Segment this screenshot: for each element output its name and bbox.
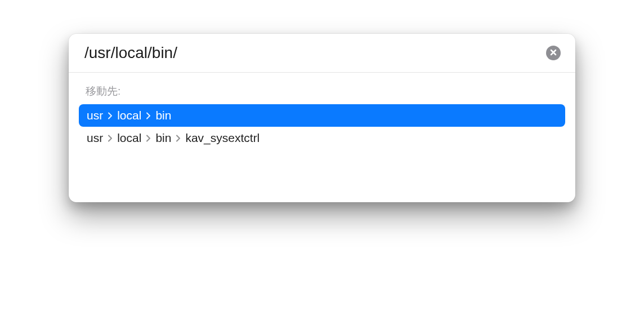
- close-icon: [550, 48, 557, 58]
- path-segment: bin: [155, 131, 171, 145]
- go-to-folder-dialog: 移動先: usrlocalbinusrlocalbinkav_sysextctr…: [69, 34, 575, 202]
- clear-button[interactable]: [546, 46, 561, 60]
- path-segment: usr: [87, 109, 103, 122]
- path-segment: local: [117, 109, 141, 122]
- path-segment: usr: [87, 131, 103, 145]
- chevron-right-icon: [108, 135, 113, 142]
- path-segment: bin: [155, 109, 171, 122]
- result-item[interactable]: usrlocalbin: [79, 104, 565, 127]
- input-row: [69, 34, 575, 73]
- path-segment: local: [117, 131, 141, 145]
- path-input[interactable]: [84, 44, 539, 62]
- chevron-right-icon: [108, 112, 113, 119]
- chevron-right-icon: [146, 135, 151, 142]
- chevron-right-icon: [176, 135, 181, 142]
- chevron-right-icon: [146, 112, 151, 119]
- results-label: 移動先:: [79, 81, 565, 104]
- path-segment: kav_sysextctrl: [185, 131, 260, 145]
- results-section: 移動先: usrlocalbinusrlocalbinkav_sysextctr…: [69, 73, 575, 202]
- result-item[interactable]: usrlocalbinkav_sysextctrl: [79, 127, 565, 149]
